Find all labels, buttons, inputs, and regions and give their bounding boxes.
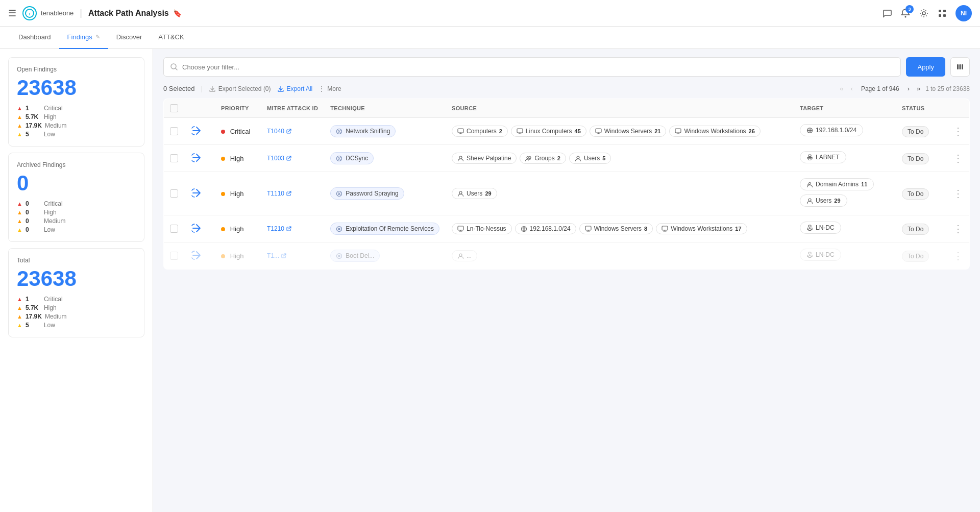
- columns-button[interactable]: [950, 57, 970, 77]
- view-path-cell[interactable]: [184, 145, 215, 172]
- grid-button[interactable]: [937, 8, 947, 18]
- row-checkbox[interactable]: [170, 252, 178, 260]
- critical-triangle-icon: ▲: [17, 105, 22, 111]
- export-all-button[interactable]: Export All: [277, 85, 313, 92]
- mitre-cell[interactable]: T1040: [261, 118, 324, 145]
- page-info: Page 1 of 946: [861, 85, 899, 92]
- mitre-cell[interactable]: T1003: [261, 145, 324, 172]
- findings-table: Priority MITRE ATT&CK Id Technique Sourc…: [163, 99, 970, 270]
- content-area: Apply 0 Selected | Export Selected (0) E…: [153, 49, 980, 512]
- actions-cell[interactable]: ⋮: [947, 118, 970, 145]
- status-cell: To Do: [896, 172, 947, 215]
- last-page-button[interactable]: »: [915, 84, 922, 93]
- first-page-button[interactable]: «: [838, 84, 845, 93]
- source-tag: Windows Workstations17: [656, 223, 747, 234]
- priority-label: High: [230, 225, 244, 233]
- external-link-icon: [281, 253, 286, 258]
- prev-page-button[interactable]: ‹: [849, 84, 855, 93]
- settings-button[interactable]: [919, 8, 929, 18]
- hamburger-menu[interactable]: ☰: [8, 8, 16, 19]
- export-selected-button[interactable]: Export Selected (0): [209, 85, 271, 92]
- export-all-label: Export All: [287, 85, 313, 92]
- archived-findings-card: Archived Findings 0 ▲ 0 Critical ▲ 0 Hig…: [8, 153, 144, 242]
- total-medium-icon: ▲: [17, 313, 22, 320]
- svg-rect-5: [943, 10, 946, 12]
- actions-cell[interactable]: ⋮: [947, 145, 970, 172]
- table-header-row: Priority MITRE ATT&CK Id Technique Sourc…: [164, 99, 970, 118]
- source-cell: Ln-Tio-Nessus192.168.1.0/24Windows Serve…: [446, 215, 794, 242]
- bookmark-icon[interactable]: 🔖: [173, 9, 182, 17]
- row-actions-button[interactable]: ⋮: [953, 126, 963, 137]
- arch-low-label: Low: [44, 226, 55, 233]
- source-tag: Groups2: [520, 153, 566, 164]
- view-path-cell[interactable]: [184, 118, 215, 145]
- status-header: Status: [896, 99, 947, 118]
- mitre-cell[interactable]: T1110: [261, 172, 324, 215]
- source-cell: Computers2Linux Computers45Windows Serve…: [446, 118, 794, 145]
- filter-input[interactable]: [182, 63, 894, 71]
- total-rows: ▲ 1 Critical ▲ 5.7K High ▲ 17.9K Medium …: [17, 296, 136, 329]
- tab-attck[interactable]: ATT&CK: [150, 27, 192, 49]
- nav-icons: 3 NI: [882, 5, 972, 21]
- mitre-link[interactable]: T1210: [267, 225, 318, 232]
- arch-medium-label: Medium: [44, 217, 66, 225]
- arch-critical-label: Critical: [44, 200, 63, 207]
- total-low-label: Low: [44, 322, 55, 329]
- mitre-link[interactable]: T1003: [267, 155, 318, 162]
- svg-point-19: [459, 156, 462, 159]
- technique-tag: Network Sniffing: [330, 125, 396, 137]
- row-actions-button[interactable]: ⋮: [953, 223, 963, 234]
- apply-button[interactable]: Apply: [906, 57, 945, 77]
- view-path-cell[interactable]: [184, 242, 215, 270]
- svg-rect-11: [962, 64, 963, 69]
- actions-cell[interactable]: ⋮: [947, 172, 970, 215]
- row-actions-button[interactable]: ⋮: [953, 153, 963, 164]
- mitre-cell[interactable]: T1...: [261, 242, 324, 270]
- row-checkbox[interactable]: [170, 225, 178, 233]
- row-checkbox[interactable]: [170, 127, 178, 135]
- tab-findings[interactable]: Findings ✎: [59, 27, 108, 49]
- row-actions-button[interactable]: ⋮: [953, 250, 963, 261]
- status-badge: To Do: [902, 126, 929, 137]
- arch-medium-count: 0: [26, 217, 41, 225]
- tab-discover[interactable]: Discover: [108, 27, 151, 49]
- target-tag: Domain Admins11: [800, 178, 874, 190]
- archived-high-row: ▲ 0 High: [17, 209, 136, 216]
- total-medium-row: ▲ 17.9K Medium: [17, 313, 136, 320]
- notifications-button[interactable]: 3: [900, 8, 911, 18]
- mitre-link[interactable]: T1040: [267, 128, 318, 135]
- findings-tab-icon: ✎: [95, 34, 100, 40]
- user-avatar[interactable]: NI: [955, 5, 972, 21]
- table-row: High T1003 DCSync Sheev PalpatineGroups2…: [164, 145, 970, 172]
- search-icon: [170, 63, 178, 71]
- mitre-link[interactable]: T1110: [267, 190, 318, 197]
- more-button[interactable]: ⋮ More: [318, 85, 341, 92]
- actions-cell[interactable]: ⋮: [947, 215, 970, 242]
- mitre-link[interactable]: T1...: [267, 252, 318, 259]
- filter-bar: Apply: [163, 57, 970, 77]
- mitre-cell[interactable]: T1210: [261, 215, 324, 242]
- view-path-cell[interactable]: [184, 172, 215, 215]
- view-path-cell[interactable]: [184, 215, 215, 242]
- logo-text: tenableone: [41, 9, 74, 17]
- svg-rect-32: [585, 226, 591, 230]
- arch-critical-count: 0: [26, 200, 41, 207]
- tab-dashboard[interactable]: Dashboard: [10, 27, 59, 49]
- svg-rect-10: [960, 64, 961, 69]
- mitre-header: MITRE ATT&CK Id: [261, 99, 324, 118]
- next-page-button[interactable]: ›: [905, 84, 912, 93]
- status-cell: To Do: [896, 215, 947, 242]
- technique-cell: Password Spraying: [324, 172, 446, 215]
- priority-dot-icon: [221, 192, 225, 196]
- row-actions-button[interactable]: ⋮: [953, 188, 963, 199]
- actions-cell[interactable]: ⋮: [947, 242, 970, 270]
- chat-button[interactable]: [882, 8, 892, 18]
- row-checkbox[interactable]: [170, 154, 178, 162]
- row-checkbox[interactable]: [170, 189, 178, 198]
- row-checkbox-cell: [164, 172, 185, 215]
- priority-dot-icon: [221, 157, 225, 161]
- arch-critical-icon: ▲: [17, 201, 22, 207]
- select-all-checkbox[interactable]: [170, 104, 178, 112]
- select-all-header[interactable]: [164, 99, 185, 118]
- svg-point-21: [529, 156, 531, 158]
